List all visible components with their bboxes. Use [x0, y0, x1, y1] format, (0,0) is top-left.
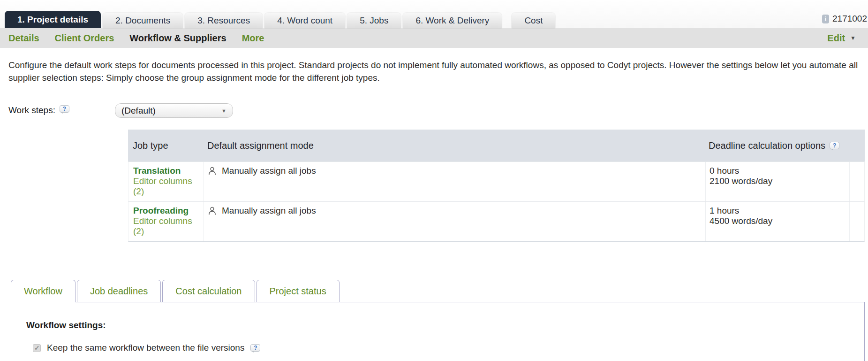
tab-cost[interactable]: Cost: [512, 13, 555, 28]
intro-paragraph: Configure the default work steps for doc…: [8, 59, 860, 84]
deadline-words-value: 2100 words/day: [709, 176, 849, 186]
chevron-down-icon: ▼: [850, 35, 856, 41]
deadline-words-value: 4500 words/day: [709, 216, 849, 226]
job-type-table: Job type Default assignment mode Deadlin…: [128, 130, 865, 242]
tab-documents[interactable]: 2. Documents: [103, 13, 183, 28]
person-icon: [208, 167, 216, 176]
assignment-mode-cell: Manually assign all jobs: [203, 162, 705, 201]
work-steps-selected-value: (Default): [121, 106, 156, 116]
assignment-mode-cell: Manually assign all jobs: [203, 202, 705, 241]
nav-item-more[interactable]: More: [242, 33, 264, 44]
edit-button-label: Edit: [827, 33, 845, 44]
nav-item-workflow-suppliers[interactable]: Workflow & Suppliers: [129, 33, 226, 44]
edit-button[interactable]: Edit ▼: [827, 33, 856, 44]
workflow-settings-heading: Workflow settings:: [26, 320, 864, 330]
keep-workflow-checkbox-label: Keep the same workflow between the file …: [47, 343, 244, 353]
column-header-assignment-mode: Default assignment mode: [203, 140, 705, 151]
row-actions-cell: [849, 202, 865, 241]
table-row: Proofreading Editor columns (2) Manually…: [128, 201, 865, 242]
tab-resources[interactable]: 3. Resources: [185, 13, 263, 28]
project-id-value: 2171002: [832, 14, 867, 24]
workflow-settings-panel: Workflow settings: Keep the same workflo…: [11, 302, 865, 361]
table-row: Translation Editor columns (2) Manually …: [128, 161, 865, 201]
work-steps-dropdown[interactable]: (Default) ▼: [115, 103, 233, 118]
tab-jobs[interactable]: 5. Jobs: [347, 13, 401, 28]
subtab-cost-calculation[interactable]: Cost calculation: [162, 280, 255, 302]
deadline-options-cell: 0 hours 2100 words/day: [705, 162, 849, 201]
section-nav-bar: Details Client Orders Workflow & Supplie…: [0, 28, 868, 48]
editor-columns-link[interactable]: Editor columns (2): [133, 176, 203, 197]
settings-section: Workflow Job deadlines Cost calculation …: [0, 280, 868, 361]
row-actions-cell: [849, 162, 865, 201]
job-type-link-proofreading[interactable]: Proofreading: [133, 206, 203, 216]
work-steps-row: Work steps: ? (Default) ▼: [8, 103, 860, 118]
settings-tab-bar: Workflow Job deadlines Cost calculation …: [11, 280, 865, 302]
project-id-badge: i 2171002: [822, 14, 867, 24]
info-icon[interactable]: i: [822, 15, 829, 23]
keep-workflow-option-row: Keep the same workflow between the file …: [33, 343, 864, 353]
dropdown-caret-icon: ▼: [221, 108, 226, 114]
app-window: 1. Project details 2. Documents 3. Resou…: [0, 0, 868, 361]
subtab-job-deadlines[interactable]: Job deadlines: [77, 280, 161, 302]
subtab-project-status[interactable]: Project status: [257, 280, 340, 302]
deadline-hours-value: 0 hours: [709, 166, 849, 176]
help-icon[interactable]: ?: [250, 344, 260, 352]
editor-columns-link[interactable]: Editor columns (2): [133, 216, 203, 237]
keep-workflow-checkbox[interactable]: [33, 344, 41, 352]
page-left-divider: [4, 49, 4, 357]
work-steps-label: Work steps:: [8, 105, 55, 115]
job-type-cell: Translation Editor columns (2): [128, 162, 203, 201]
deadline-header-label: Deadline calculation options: [709, 140, 825, 151]
deadline-hours-value: 1 hours: [709, 206, 849, 216]
help-icon[interactable]: ?: [830, 142, 839, 149]
work-steps-label-group: Work steps: ?: [8, 103, 115, 115]
main-tab-bar: 1. Project details 2. Documents 3. Resou…: [0, 0, 868, 28]
tab-work-delivery[interactable]: 6. Work & Delivery: [403, 13, 502, 28]
help-icon[interactable]: ?: [60, 105, 69, 113]
assignment-mode-value: Manually assign all jobs: [222, 206, 316, 216]
job-type-cell: Proofreading Editor columns (2): [128, 202, 203, 241]
nav-item-details[interactable]: Details: [8, 33, 39, 44]
main-content: Configure the default work steps for doc…: [0, 59, 868, 242]
deadline-options-cell: 1 hours 4500 words/day: [705, 202, 849, 241]
column-header-job-type: Job type: [128, 140, 203, 151]
person-icon: [208, 207, 216, 215]
tab-project-details[interactable]: 1. Project details: [5, 11, 101, 28]
job-type-link-translation[interactable]: Translation: [133, 166, 203, 176]
tab-word-count[interactable]: 4. Word count: [264, 13, 345, 28]
assignment-mode-value: Manually assign all jobs: [222, 166, 316, 176]
column-header-deadline-options: Deadline calculation options ?: [705, 140, 849, 151]
table-header-row: Job type Default assignment mode Deadlin…: [128, 130, 865, 161]
nav-item-client-orders[interactable]: Client Orders: [55, 33, 114, 44]
subtab-workflow[interactable]: Workflow: [11, 280, 75, 302]
